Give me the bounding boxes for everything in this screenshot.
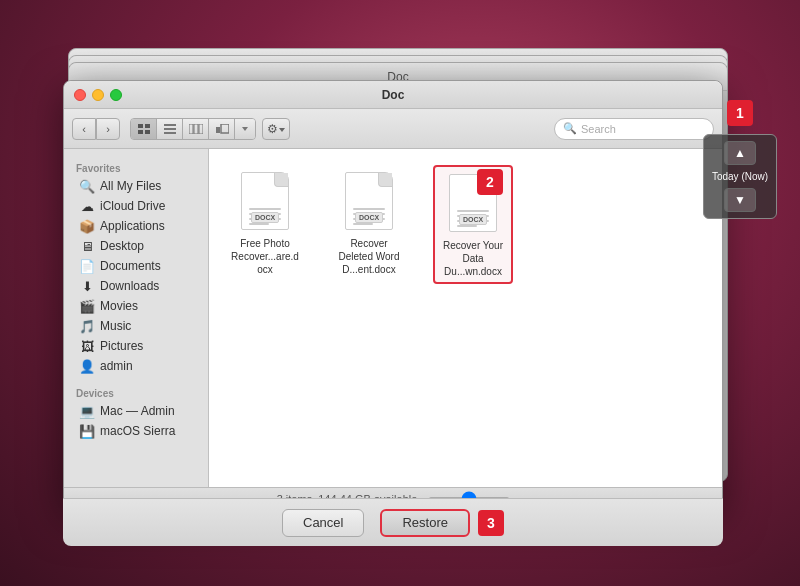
- sidebar-item-desktop[interactable]: 🖥 Desktop: [68, 236, 204, 256]
- sidebar-item-label: Movies: [100, 299, 138, 313]
- sidebar-item-label: iCloud Drive: [100, 199, 165, 213]
- svg-rect-3: [145, 130, 150, 134]
- view-switcher: [130, 118, 256, 140]
- search-box[interactable]: 🔍 Search: [554, 118, 714, 140]
- content-area: Favorites 🔍 All My Files ☁ iCloud Drive …: [64, 149, 722, 487]
- svg-marker-13: [279, 128, 285, 132]
- back-button[interactable]: ‹: [72, 118, 96, 140]
- sidebar-item-admin[interactable]: 👤 admin: [68, 356, 204, 376]
- view-cover-btn[interactable]: [209, 119, 235, 139]
- tm-label: Today (Now): [712, 171, 768, 182]
- sidebar: Favorites 🔍 All My Files ☁ iCloud Drive …: [64, 149, 209, 487]
- pictures-icon: 🖼: [80, 339, 94, 353]
- svg-rect-2: [138, 130, 143, 134]
- svg-rect-5: [164, 128, 176, 130]
- view-list-btn[interactable]: [157, 119, 183, 139]
- file-area: DOCX Free Photo Recover...are.docx: [209, 149, 722, 487]
- sidebar-item-label: Desktop: [100, 239, 144, 253]
- sierra-icon: 💾: [80, 424, 94, 438]
- sidebar-item-label: admin: [100, 359, 133, 373]
- view-icon-btn[interactable]: [131, 119, 157, 139]
- traffic-lights: [74, 89, 122, 101]
- window-title: Doc: [382, 88, 405, 102]
- sidebar-item-pictures[interactable]: 🖼 Pictures: [68, 336, 204, 356]
- badge-2: 2: [477, 169, 503, 195]
- sidebar-item-applications[interactable]: 📦 Applications: [68, 216, 204, 236]
- devices-label: Devices: [64, 384, 208, 401]
- file-name-1: Free Photo Recover...are.docx: [229, 237, 301, 276]
- search-placeholder: Search: [581, 123, 616, 135]
- sidebar-item-icloud-drive[interactable]: ☁ iCloud Drive: [68, 196, 204, 216]
- gear-button[interactable]: ⚙: [262, 118, 290, 140]
- svg-rect-11: [221, 124, 229, 133]
- file-name-2: Recover Deleted Word D...ent.docx: [333, 237, 405, 276]
- sidebar-item-label: Pictures: [100, 339, 143, 353]
- tm-controls: ▲ Today (Now) ▼: [703, 134, 777, 219]
- main-window: Doc ‹ ›: [63, 80, 723, 510]
- svg-rect-0: [138, 124, 143, 128]
- sidebar-item-label: Documents: [100, 259, 161, 273]
- sidebar-item-mac-admin[interactable]: 💻 Mac — Admin: [68, 401, 204, 421]
- file-item-2[interactable]: DOCX Recover Deleted Word D...ent.docx: [329, 165, 409, 280]
- button-bar: Cancel Restore 3: [63, 498, 723, 546]
- title-bar: Doc: [64, 81, 722, 109]
- tm-panel: 1 ▲ Today (Now) ▼: [700, 100, 780, 219]
- file-icon-2: DOCX: [341, 169, 397, 233]
- applications-icon: 📦: [80, 219, 94, 233]
- tm-down-button[interactable]: ▼: [724, 188, 756, 212]
- maximize-button[interactable]: [110, 89, 122, 101]
- view-more-btn[interactable]: [235, 119, 255, 139]
- documents-icon: 📄: [80, 259, 94, 273]
- sidebar-item-downloads[interactable]: ⬇ Downloads: [68, 276, 204, 296]
- svg-rect-7: [189, 124, 193, 134]
- sidebar-item-label: Applications: [100, 219, 165, 233]
- minimize-button[interactable]: [92, 89, 104, 101]
- sidebar-item-label: Mac — Admin: [100, 404, 175, 418]
- svg-marker-12: [242, 127, 248, 131]
- file-icon-1: DOCX: [237, 169, 293, 233]
- desktop-icon: 🖥: [80, 239, 94, 253]
- sidebar-item-movies[interactable]: 🎬 Movies: [68, 296, 204, 316]
- forward-button[interactable]: ›: [96, 118, 120, 140]
- favorites-label: Favorites: [64, 159, 208, 176]
- file-item-1[interactable]: DOCX Free Photo Recover...are.docx: [225, 165, 305, 280]
- sidebar-item-music[interactable]: 🎵 Music: [68, 316, 204, 336]
- sidebar-item-label: macOS Sierra: [100, 424, 175, 438]
- downloads-icon: ⬇: [80, 279, 94, 293]
- search-icon: 🔍: [563, 122, 577, 135]
- svg-rect-6: [164, 132, 176, 134]
- view-column-btn[interactable]: [183, 119, 209, 139]
- music-icon: 🎵: [80, 319, 94, 333]
- sidebar-item-label: All My Files: [100, 179, 161, 193]
- mac-icon: 💻: [80, 404, 94, 418]
- movies-icon: 🎬: [80, 299, 94, 313]
- all-my-files-icon: 🔍: [80, 179, 94, 193]
- sidebar-item-macos-sierra[interactable]: 💾 macOS Sierra: [68, 421, 204, 441]
- svg-rect-1: [145, 124, 150, 128]
- svg-rect-10: [216, 127, 220, 133]
- file-name-3: Recover Your Data Du...wn.docx: [439, 239, 507, 278]
- sidebar-item-documents[interactable]: 📄 Documents: [68, 256, 204, 276]
- tm-up-button[interactable]: ▲: [724, 141, 756, 165]
- badge-3: 3: [478, 510, 504, 536]
- svg-rect-4: [164, 124, 176, 126]
- badge-1: 1: [727, 100, 753, 126]
- toolbar: ‹ › ⚙: [64, 109, 722, 149]
- close-button[interactable]: [74, 89, 86, 101]
- gear-icon: ⚙: [267, 122, 278, 136]
- svg-rect-9: [199, 124, 203, 134]
- sidebar-item-all-my-files[interactable]: 🔍 All My Files: [68, 176, 204, 196]
- svg-rect-8: [194, 124, 198, 134]
- cancel-button[interactable]: Cancel: [282, 509, 364, 537]
- nav-group: ‹ ›: [72, 118, 124, 140]
- admin-icon: 👤: [80, 359, 94, 373]
- restore-button[interactable]: Restore: [380, 509, 470, 537]
- icloud-icon: ☁: [80, 199, 94, 213]
- sidebar-item-label: Music: [100, 319, 131, 333]
- sidebar-item-label: Downloads: [100, 279, 159, 293]
